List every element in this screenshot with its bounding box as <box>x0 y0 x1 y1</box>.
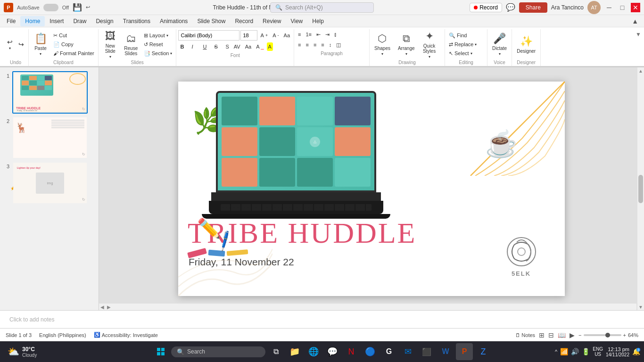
notes-bar[interactable]: Click to add notes <box>0 310 644 328</box>
wifi-icon[interactable]: 📶 <box>560 348 568 355</box>
notes-placeholder[interactable]: Click to add notes <box>9 316 54 323</box>
col-button[interactable]: ⫿ <box>332 30 339 39</box>
undo-btn-sm[interactable]: ↩ <box>86 4 90 10</box>
search-bar[interactable]: 🔍 Search (Alt+Q) <box>270 2 374 13</box>
slide-thumb-1[interactable]: 1 <box>3 71 96 114</box>
new-slide-dropdown[interactable]: ▾ <box>109 55 111 59</box>
vertical-scrollbar[interactable]: ▲ ▼ <box>637 67 644 310</box>
char-spacing-button[interactable]: AV <box>232 42 242 51</box>
scroll-up[interactable]: ▲ <box>637 67 644 74</box>
scroll-thumb[interactable] <box>638 175 643 203</box>
menu-record[interactable]: Record <box>230 16 258 26</box>
zoom-icon[interactable]: Z <box>475 343 492 360</box>
line-spacing[interactable]: ↕ <box>327 41 334 49</box>
slide-canvas[interactable]: 🌿 △ <box>178 82 565 296</box>
volume-icon[interactable]: 🔊 <box>571 348 579 355</box>
normal-view-btn[interactable]: ⊞ <box>539 331 545 339</box>
share-button[interactable]: Share <box>519 2 547 13</box>
menu-animations[interactable]: Animations <box>155 16 192 26</box>
indent-dec[interactable]: ⇤ <box>314 30 322 39</box>
select-button[interactable]: ↖ Select ▾ <box>447 49 485 58</box>
indent-inc[interactable]: ⇥ <box>323 30 331 39</box>
menu-design[interactable]: Design <box>91 16 118 26</box>
slide-thumb-3[interactable]: 3 ★ Lighten Up your day! img ↻ <box>3 162 96 204</box>
undo-dropdown[interactable]: ▾ <box>9 46 11 50</box>
paste-button[interactable]: 📋 Paste ▾ <box>31 30 50 58</box>
close-button[interactable]: ✕ <box>631 3 640 12</box>
bullets-button[interactable]: ≡ <box>296 30 303 39</box>
taskbar-search[interactable]: 🔍 Search <box>171 346 265 357</box>
font-size-inc[interactable]: A+ <box>258 31 270 40</box>
ribbon-collapse-icon[interactable]: ▲ <box>628 16 642 26</box>
align-right[interactable]: ≡ <box>312 41 318 49</box>
italic-button[interactable]: I <box>190 42 200 51</box>
quick-styles-dropdown[interactable]: ▾ <box>429 55 430 59</box>
underline-button[interactable]: U <box>201 42 211 51</box>
shapes-button[interactable]: ⬡ Shapes ▾ <box>372 30 393 58</box>
find-button[interactable]: 🔍 Find <box>447 31 485 40</box>
comment-icon[interactable]: 💬 <box>506 3 515 12</box>
teams-icon[interactable]: 💬 <box>324 343 341 360</box>
ribbon-expand-icon[interactable]: ▼ <box>636 31 641 38</box>
slide-3-thumbnail[interactable]: Lighten Up your day! img ↻ <box>12 162 88 204</box>
zoom-in-icon[interactable]: + <box>623 332 626 338</box>
menu-slideshow[interactable]: Slide Show <box>192 16 230 26</box>
case-button[interactable]: Aa <box>243 42 253 51</box>
menu-file[interactable]: File <box>2 16 20 26</box>
autosave-toggle[interactable] <box>43 4 58 11</box>
scroll-down[interactable]: ▼ <box>637 304 644 310</box>
edge-icon[interactable]: 🌐 <box>305 343 322 360</box>
word-icon[interactable]: W <box>437 343 454 360</box>
bold-button[interactable]: B <box>178 42 189 51</box>
align-justify[interactable]: ≡ <box>319 41 326 49</box>
scroll-left-arrow[interactable]: ◀ <box>99 304 106 310</box>
cut-button[interactable]: ✂ Cut <box>51 31 96 40</box>
zoom-out-icon[interactable]: − <box>578 332 581 338</box>
clock-display[interactable]: 12:13 pm 14/11/2022 <box>606 346 629 357</box>
menu-insert[interactable]: Insert <box>45 16 68 26</box>
font-size-input[interactable] <box>240 30 257 41</box>
menu-home[interactable]: Home <box>20 16 45 26</box>
slideshow-btn[interactable]: ▶ <box>570 331 575 339</box>
layout-button[interactable]: ⊞ Layout ▾ <box>142 31 174 40</box>
paste-dropdown[interactable]: ▾ <box>40 52 41 56</box>
slide-2-thumbnail[interactable]: 🦌 ↻ <box>12 116 88 159</box>
shadow-button[interactable]: S <box>223 42 231 51</box>
slide-1-thumbnail[interactable]: TRIBE HUDDLE Friday, 11 November 22 ↻ <box>12 71 88 114</box>
start-button[interactable] <box>152 343 169 360</box>
explorer-icon[interactable]: 📁 <box>286 343 303 360</box>
font-size-dec[interactable]: A- <box>271 31 281 40</box>
accessibility-btn[interactable]: ♿ Accessibility: Investigate <box>94 332 158 338</box>
notes-toggle[interactable]: 🗒 Notes <box>515 332 535 338</box>
notification-icon[interactable]: 🔔 3 <box>632 348 640 355</box>
menu-transitions[interactable]: Transitions <box>118 16 155 26</box>
slide-sorter-btn[interactable]: ⊟ <box>548 331 554 339</box>
highlight-button[interactable]: A <box>267 42 273 51</box>
reading-view-btn[interactable]: 📖 <box>558 331 566 339</box>
google-icon[interactable]: G <box>380 343 397 360</box>
align-center[interactable]: ≡ <box>304 41 310 49</box>
align-left[interactable]: ≡ <box>296 41 303 49</box>
menu-draw[interactable]: Draw <box>68 16 91 26</box>
copy-button[interactable]: 📄 Copy <box>51 40 96 49</box>
strikethrough-button[interactable]: S <box>212 42 223 51</box>
save-icon[interactable]: 💾 <box>73 3 82 12</box>
font-color-button[interactable]: A_ <box>254 42 265 51</box>
netflix-icon[interactable]: N <box>343 343 360 360</box>
shapes-dropdown[interactable]: ▾ <box>381 52 383 56</box>
menu-help[interactable]: Help <box>307 16 329 26</box>
reset-button[interactable]: ↺ Reset <box>142 40 174 49</box>
zoom-control[interactable]: − + 64% <box>578 332 638 338</box>
scroll-right-arrow[interactable]: ▶ <box>106 304 112 310</box>
dictate-button[interactable]: 🎤 Dictate ▾ <box>489 30 510 58</box>
chrome-icon[interactable]: 🔵 <box>362 343 379 360</box>
terminal-icon[interactable]: ⬛ <box>418 343 435 360</box>
section-button[interactable]: 📑 Section ▾ <box>142 49 174 58</box>
maximize-button[interactable]: □ <box>618 3 627 12</box>
format-painter-button[interactable]: 🖌 Format Painter <box>51 49 96 58</box>
numbering-button[interactable]: 1≡ <box>304 30 314 39</box>
arrange-button[interactable]: ⧉ Arrange ▾ <box>395 30 418 58</box>
task-view-btn[interactable]: ⧉ <box>267 343 284 360</box>
menu-review[interactable]: Review <box>258 16 286 26</box>
outlook-icon[interactable]: ✉ <box>399 343 416 360</box>
